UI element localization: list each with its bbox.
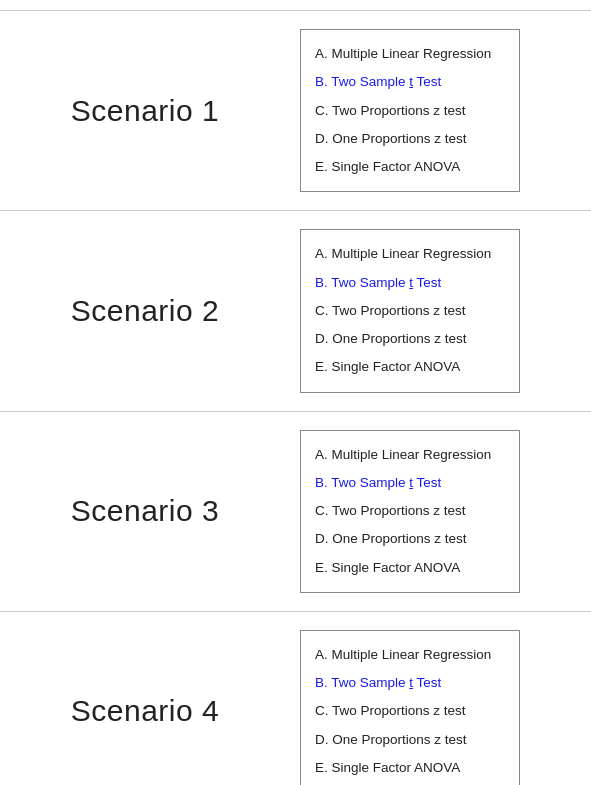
option-2-e[interactable]: E. Single Factor ANOVA <box>315 353 505 381</box>
option-3-a[interactable]: A. Multiple Linear Regression <box>315 441 505 469</box>
option-4-d[interactable]: D. One Proportions z test <box>315 726 505 754</box>
options-box-3[interactable]: A. Multiple Linear RegressionB. Two Samp… <box>300 430 520 593</box>
option-4-b[interactable]: B. Two Sample t Test <box>315 669 505 697</box>
option-1-c[interactable]: C. Two Proportions z test <box>315 97 505 125</box>
option-1-b[interactable]: B. Two Sample t Test <box>315 68 505 96</box>
options-box-1[interactable]: A. Multiple Linear RegressionB. Two Samp… <box>300 29 520 192</box>
option-2-d[interactable]: D. One Proportions z test <box>315 325 505 353</box>
page: Scenario 1A. Multiple Linear RegressionB… <box>0 0 591 785</box>
scenario-label-3: Scenario 3 <box>0 494 290 528</box>
option-1-e[interactable]: E. Single Factor ANOVA <box>315 153 505 181</box>
scenario-row-2: Scenario 2A. Multiple Linear RegressionB… <box>0 211 591 411</box>
scenario-row-4: Scenario 4A. Multiple Linear RegressionB… <box>0 612 591 785</box>
scenario-label-4: Scenario 4 <box>0 694 290 728</box>
option-2-b[interactable]: B. Two Sample t Test <box>315 269 505 297</box>
scenario-label-2: Scenario 2 <box>0 294 290 328</box>
option-4-c[interactable]: C. Two Proportions z test <box>315 697 505 725</box>
option-3-e[interactable]: E. Single Factor ANOVA <box>315 554 505 582</box>
option-2-a[interactable]: A. Multiple Linear Regression <box>315 240 505 268</box>
option-1-d[interactable]: D. One Proportions z test <box>315 125 505 153</box>
scenario-label-1: Scenario 1 <box>0 94 290 128</box>
option-2-c[interactable]: C. Two Proportions z test <box>315 297 505 325</box>
options-box-4[interactable]: A. Multiple Linear RegressionB. Two Samp… <box>300 630 520 785</box>
option-1-a[interactable]: A. Multiple Linear Regression <box>315 40 505 68</box>
option-3-c[interactable]: C. Two Proportions z test <box>315 497 505 525</box>
scenario-row-1: Scenario 1A. Multiple Linear RegressionB… <box>0 11 591 211</box>
options-box-2[interactable]: A. Multiple Linear RegressionB. Two Samp… <box>300 229 520 392</box>
option-4-a[interactable]: A. Multiple Linear Regression <box>315 641 505 669</box>
option-3-d[interactable]: D. One Proportions z test <box>315 525 505 553</box>
scenario-row-3: Scenario 3A. Multiple Linear RegressionB… <box>0 412 591 612</box>
option-4-e[interactable]: E. Single Factor ANOVA <box>315 754 505 782</box>
option-3-b[interactable]: B. Two Sample t Test <box>315 469 505 497</box>
